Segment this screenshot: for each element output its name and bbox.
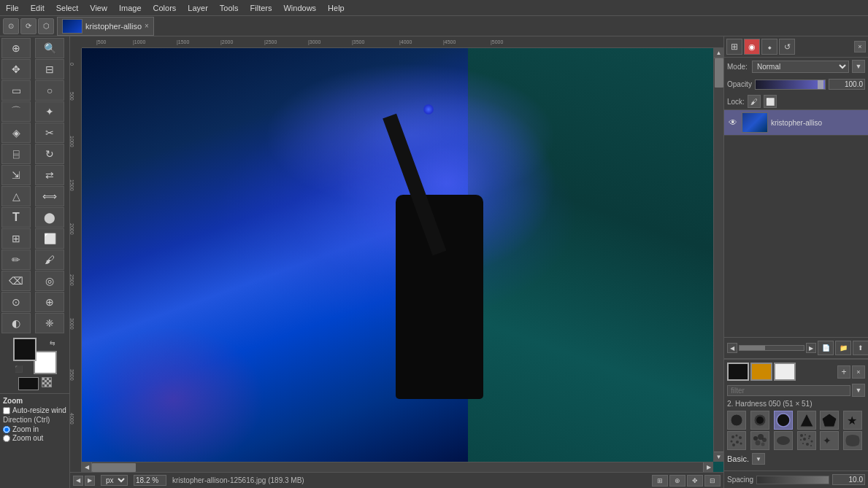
rp-close-icon[interactable]: × bbox=[854, 41, 866, 53]
brush-cell-3[interactable] bbox=[774, 411, 793, 430]
ellipse-select-tool[interactable]: ○ bbox=[35, 80, 64, 101]
flip-tool[interactable]: ⟺ bbox=[35, 186, 64, 206]
color-picker-tool[interactable]: ⊕ bbox=[1, 38, 31, 58]
rp-paths-icon[interactable]: ⬥ bbox=[761, 39, 777, 55]
mode-select[interactable]: Normal bbox=[752, 61, 849, 73]
brush-filter-input[interactable] bbox=[727, 385, 850, 396]
menu-edit[interactable]: Edit bbox=[25, 2, 50, 14]
brush-cell-12[interactable] bbox=[843, 431, 862, 450]
brush-cell-4[interactable] bbox=[797, 411, 816, 430]
move-tool[interactable]: ✥ bbox=[1, 59, 31, 80]
statusbar-btn-1[interactable]: ⊞ bbox=[652, 475, 668, 487]
rect-select-tool[interactable]: ▭ bbox=[1, 80, 31, 101]
scroll-down-button[interactable]: ▼ bbox=[714, 452, 724, 462]
brush-cell-1[interactable] bbox=[727, 411, 746, 430]
zoom-tool[interactable]: 🔍 bbox=[35, 38, 64, 58]
menu-tools[interactable]: Tools bbox=[214, 2, 245, 14]
align-tool[interactable]: ⊟ bbox=[35, 59, 64, 80]
brush-swatch-orange[interactable] bbox=[750, 363, 772, 381]
statusbar-btn-4[interactable]: ⊟ bbox=[704, 475, 721, 487]
reset-colors-icon[interactable]: ⬛ bbox=[15, 365, 23, 373]
toolbar-btn-3[interactable]: ⬡ bbox=[38, 18, 54, 34]
airbrush-tool[interactable]: ◎ bbox=[35, 271, 64, 291]
layer-nav-scrollbar[interactable] bbox=[739, 345, 804, 351]
brush-cell-6[interactable]: ★ bbox=[843, 411, 862, 430]
zoom-input[interactable] bbox=[134, 475, 166, 486]
foreground-color[interactable] bbox=[13, 338, 37, 361]
horizontal-scrollbar[interactable]: ◀ ▶ bbox=[82, 462, 713, 472]
crop-tool[interactable]: ⌸ bbox=[1, 144, 31, 164]
select-by-color[interactable]: ◈ bbox=[1, 123, 31, 143]
brush-swatch-black[interactable] bbox=[727, 363, 749, 381]
toolbar-btn-1[interactable]: ⊙ bbox=[3, 18, 19, 34]
brush-swatch-white[interactable] bbox=[774, 363, 796, 381]
path-tool[interactable]: ⬤ bbox=[35, 207, 64, 228]
brush-cell-10[interactable] bbox=[797, 431, 816, 450]
zoom-out-radio[interactable] bbox=[3, 435, 10, 442]
spacing-input[interactable] bbox=[832, 474, 865, 485]
shear-tool[interactable]: ⇄ bbox=[35, 165, 64, 185]
brush-add-button[interactable]: + bbox=[837, 365, 850, 379]
brush-cell-7[interactable] bbox=[727, 431, 746, 450]
nav-left-icon[interactable]: ◀ bbox=[73, 476, 83, 486]
smudge-tool[interactable]: ❈ bbox=[35, 313, 64, 333]
scroll-thumb-h[interactable] bbox=[92, 463, 136, 472]
menu-view[interactable]: View bbox=[84, 2, 113, 14]
heal-tool[interactable]: ⊕ bbox=[35, 292, 64, 312]
statusbar-btn-3[interactable]: ✥ bbox=[687, 475, 703, 487]
layer-folder-btn[interactable]: 📁 bbox=[835, 341, 851, 355]
rp-undo-icon[interactable]: ↺ bbox=[779, 39, 795, 55]
pencil-tool[interactable]: ✏ bbox=[1, 249, 31, 270]
paintbrush-tool[interactable]: 🖌 bbox=[35, 249, 64, 270]
scale-tool[interactable]: ⇲ bbox=[1, 165, 31, 185]
brush-category-dropdown[interactable]: ▼ bbox=[752, 453, 765, 465]
swap-colors-icon[interactable]: ⇆ bbox=[50, 339, 55, 346]
scroll-up-button[interactable]: ▲ bbox=[714, 48, 724, 58]
image-tab[interactable]: kristopher-alliso × bbox=[57, 17, 154, 36]
menu-layer[interactable]: Layer bbox=[182, 2, 214, 14]
layer-nav-left[interactable]: ◀ bbox=[727, 343, 737, 353]
lock-alpha-icon[interactable]: ⬜ bbox=[764, 95, 777, 108]
text-tool[interactable]: T bbox=[1, 207, 31, 228]
brush-cell-2[interactable] bbox=[750, 411, 769, 430]
nav-right-icon[interactable]: ▶ bbox=[85, 476, 95, 486]
menu-windows[interactable]: Windows bbox=[277, 2, 322, 14]
background-color[interactable] bbox=[34, 351, 57, 374]
dodge-burn-tool[interactable]: ◐ bbox=[1, 313, 31, 333]
rotate-tool[interactable]: ↻ bbox=[35, 144, 64, 164]
scroll-left-button[interactable]: ◀ bbox=[82, 462, 92, 473]
image-canvas[interactable] bbox=[82, 48, 723, 472]
toolbar-btn-2[interactable]: ⟳ bbox=[20, 18, 37, 34]
scissors-select[interactable]: ✂ bbox=[35, 123, 64, 143]
statusbar-btn-2[interactable]: ⊕ bbox=[669, 475, 685, 487]
brush-cell-9[interactable] bbox=[774, 431, 793, 450]
rp-channels-icon[interactable]: ◉ bbox=[744, 39, 760, 55]
menu-file[interactable]: File bbox=[0, 2, 25, 14]
scroll-thumb-v[interactable] bbox=[715, 58, 723, 88]
paint-bucket-tool[interactable]: ⊞ bbox=[1, 228, 31, 249]
menu-colors[interactable]: Colors bbox=[147, 2, 183, 14]
opacity-input[interactable] bbox=[829, 79, 865, 90]
layer-nav-right[interactable]: ▶ bbox=[806, 343, 816, 353]
brush-filter-dropdown[interactable]: ▼ bbox=[852, 384, 865, 397]
layer-visibility-icon[interactable]: 👁 bbox=[727, 117, 739, 128]
brush-cell-11[interactable]: ✦ bbox=[820, 431, 839, 450]
menu-help[interactable]: Help bbox=[322, 2, 350, 14]
spacing-slider[interactable] bbox=[756, 476, 829, 484]
brush-cell-5[interactable] bbox=[820, 411, 839, 430]
free-select-tool[interactable]: ⌒ bbox=[1, 101, 31, 122]
layer-add-btn[interactable]: 📄 bbox=[818, 341, 834, 355]
scroll-right-button[interactable]: ▶ bbox=[703, 462, 713, 473]
clone-tool[interactable]: ⊙ bbox=[1, 292, 31, 312]
eraser-tool[interactable]: ⌫ bbox=[1, 271, 31, 291]
active-fg[interactable] bbox=[18, 377, 39, 390]
auto-resize-checkbox[interactable] bbox=[3, 407, 10, 414]
fuzzy-select-tool[interactable]: ✦ bbox=[35, 101, 64, 122]
tab-close-button[interactable]: × bbox=[145, 22, 149, 30]
gradient-tool[interactable]: ⬜ bbox=[35, 228, 64, 249]
unit-select[interactable]: px bbox=[101, 475, 128, 486]
layer-up-btn[interactable]: ⬆ bbox=[853, 341, 868, 355]
vertical-scrollbar[interactable]: ▲ ▼ bbox=[713, 48, 723, 462]
menu-filters[interactable]: Filters bbox=[245, 2, 278, 14]
brush-panel-close[interactable]: × bbox=[852, 365, 865, 379]
